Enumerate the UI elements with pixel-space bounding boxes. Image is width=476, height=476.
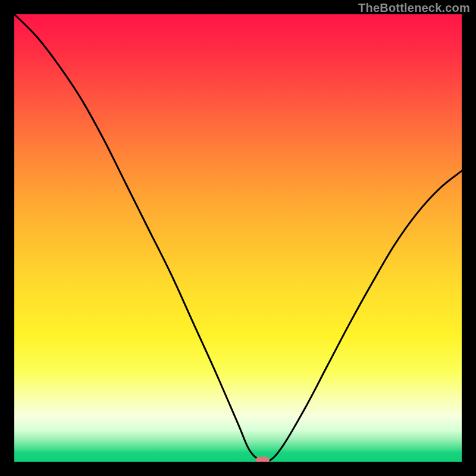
bottleneck-curve [14, 14, 462, 462]
chart-frame: TheBottleneck.com [0, 0, 476, 476]
optimal-marker [256, 457, 269, 462]
curve-layer [14, 14, 462, 462]
plot-area [14, 14, 462, 462]
watermark-text: TheBottleneck.com [358, 1, 470, 15]
